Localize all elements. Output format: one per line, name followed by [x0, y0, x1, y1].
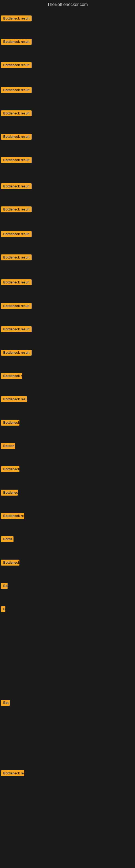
- bottleneck-item: B: [1, 606, 5, 613]
- bottleneck-badge[interactable]: Bottleneck: [1, 420, 19, 426]
- bottleneck-item: Bottleneck result: [1, 62, 32, 69]
- bottleneck-item: Bottleneck result: [1, 279, 32, 286]
- bottleneck-item: Bot: [1, 700, 10, 707]
- bottleneck-item: Bottleneck resu: [1, 396, 27, 403]
- bottleneck-badge[interactable]: Bottleneck result: [1, 254, 32, 260]
- bottleneck-badge[interactable]: Bottleneck result: [1, 350, 32, 355]
- bottleneck-item: Bottlen: [1, 443, 15, 450]
- bottleneck-badge[interactable]: Bottleneck result: [1, 303, 32, 309]
- bottleneck-item: Bottleneck result: [1, 157, 32, 164]
- bottleneck-badge[interactable]: Bot: [1, 700, 10, 706]
- bottleneck-badge[interactable]: Bottleneck re: [1, 770, 24, 776]
- bottleneck-item: Bottleneck result: [1, 231, 32, 238]
- bottleneck-badge[interactable]: Bottleneck re: [1, 513, 24, 519]
- bottleneck-badge[interactable]: Bottleneck resu: [1, 396, 27, 402]
- bottleneck-badge[interactable]: Bo: [1, 583, 8, 589]
- bottleneck-badge[interactable]: Bottleneck result: [1, 62, 32, 68]
- bottleneck-item: Bottleneck result: [1, 87, 32, 94]
- bottleneck-badge[interactable]: Bottleneck result: [1, 157, 32, 163]
- bottleneck-item: Bottleneck r: [1, 373, 22, 380]
- bottleneck-item: Bo: [1, 583, 8, 590]
- bottleneck-badge[interactable]: B: [1, 606, 5, 612]
- bottleneck-item: Bottleneck result: [1, 16, 32, 23]
- bottleneck-badge[interactable]: Bottleneck result: [1, 279, 32, 285]
- bottleneck-badge[interactable]: Bottleneck: [1, 466, 19, 472]
- bottleneck-badge[interactable]: Bottleneck result: [1, 207, 32, 212]
- bottleneck-badge[interactable]: Bottleneck result: [1, 326, 32, 332]
- bottleneck-item: Bottleneck re: [1, 770, 24, 777]
- bottleneck-item: Bottleneck result: [1, 350, 32, 357]
- bottleneck-item: Bottleneck result: [1, 303, 32, 310]
- bottleneck-badge[interactable]: Bottlenec: [1, 490, 18, 496]
- bottleneck-item: Bottleneck result: [1, 39, 32, 46]
- bottleneck-item: Bottle: [1, 536, 13, 543]
- bottleneck-item: Bottleneck result: [1, 111, 32, 118]
- bottleneck-badge[interactable]: Bottleneck result: [1, 183, 32, 189]
- bottleneck-item: Bottlenec: [1, 490, 18, 497]
- bottleneck-item: Bottleneck re: [1, 513, 24, 520]
- bottleneck-badge[interactable]: Bottleneck result: [1, 134, 32, 140]
- bottleneck-item: Bottleneck: [1, 466, 19, 473]
- bottleneck-badge[interactable]: Bottleneck result: [1, 87, 32, 93]
- bottleneck-badge[interactable]: Bottleneck result: [1, 39, 32, 45]
- bottleneck-badge[interactable]: Bottleneck result: [1, 231, 32, 237]
- bottleneck-badge[interactable]: Bottleneck: [1, 560, 19, 565]
- site-title: TheBottlenecker.com: [0, 0, 135, 9]
- bottleneck-item: Bottleneck: [1, 420, 19, 427]
- bottleneck-badge[interactable]: Bottleneck r: [1, 373, 22, 379]
- bottleneck-badge[interactable]: Bottle: [1, 536, 13, 542]
- bottleneck-item: Bottleneck result: [1, 134, 32, 141]
- bottleneck-badge[interactable]: Bottleneck result: [1, 16, 32, 22]
- bottleneck-item: Bottleneck result: [1, 183, 32, 190]
- bottleneck-item: Bottleneck result: [1, 207, 32, 214]
- bottleneck-badge[interactable]: Bottleneck result: [1, 111, 32, 116]
- bottleneck-item: Bottleneck result: [1, 254, 32, 261]
- bottleneck-item: Bottleneck: [1, 560, 19, 567]
- bottleneck-item: Bottleneck result: [1, 326, 32, 333]
- bottleneck-badge[interactable]: Bottlen: [1, 443, 15, 449]
